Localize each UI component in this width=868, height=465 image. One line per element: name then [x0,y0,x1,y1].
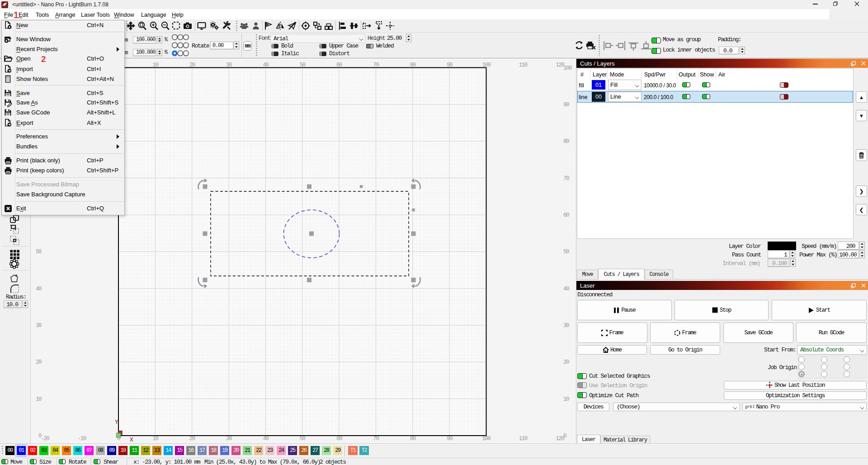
svg-text:10: 10 [36,396,42,403]
svg-text:90: 90 [447,62,453,68]
svg-text:30: 30 [226,436,232,442]
svg-text:20: 20 [563,359,569,365]
svg-text:0: 0 [38,433,42,439]
svg-text:80: 80 [410,62,416,68]
svg-text:10: 10 [152,436,158,442]
svg-text:30: 30 [36,323,42,329]
svg-text:40: 40 [563,286,569,292]
svg-text:20: 20 [189,436,195,442]
svg-text:70: 70 [563,176,569,182]
svg-text:60: 60 [336,62,342,68]
svg-text:50: 50 [300,62,306,68]
svg-text:50: 50 [36,249,42,255]
svg-text:20: 20 [189,62,195,68]
svg-text:X: X [130,437,133,443]
svg-text:-20: -20 [41,436,49,442]
svg-text:100: 100 [482,62,491,68]
svg-text:10: 10 [563,396,569,403]
svg-text:-10: -10 [78,436,86,442]
svg-text:60: 60 [336,436,342,442]
svg-text:30: 30 [226,62,232,68]
svg-text:90: 90 [447,436,453,442]
svg-text:40: 40 [263,436,269,442]
svg-text:110: 110 [519,436,528,442]
svg-text:50: 50 [563,249,569,255]
svg-text:0: 0 [563,433,566,439]
svg-text:70: 70 [373,62,379,68]
svg-text:70: 70 [373,436,379,442]
svg-text:40: 40 [263,62,269,68]
svg-text:60: 60 [563,212,569,218]
svg-text:30: 30 [563,323,569,329]
svg-text:110: 110 [519,62,528,68]
svg-text:90: 90 [563,102,569,108]
svg-text:100: 100 [482,436,491,442]
svg-text:Y: Y [115,419,118,426]
svg-text:20: 20 [36,359,42,365]
svg-text:80: 80 [563,138,569,145]
svg-text:100: 100 [563,65,572,71]
svg-text:50: 50 [300,436,306,442]
svg-text:10: 10 [152,62,158,68]
svg-text:80: 80 [410,436,416,442]
svg-text:40: 40 [36,286,42,292]
